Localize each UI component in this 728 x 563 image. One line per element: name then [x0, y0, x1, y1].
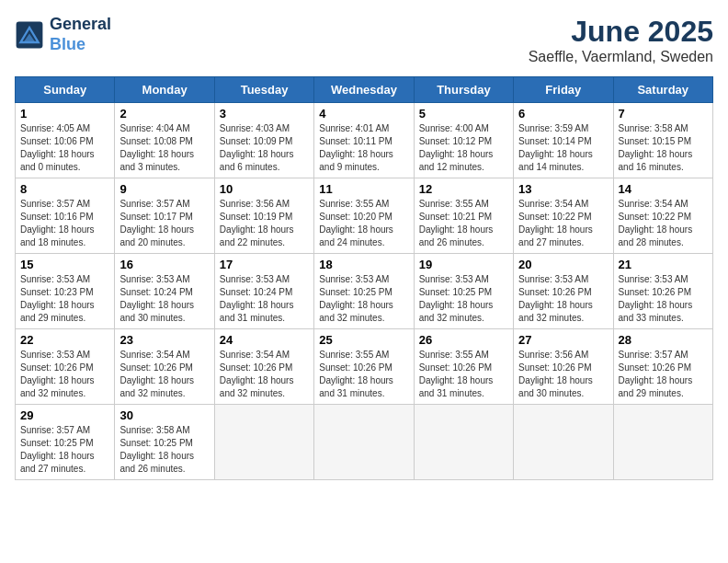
day-info: Sunrise: 3:56 AMSunset: 10:19 PMDaylight… [220, 198, 309, 249]
day-info: Sunrise: 3:56 AMSunset: 10:26 PMDaylight… [518, 349, 608, 400]
location-title: Saeffle, Vaermland, Sweden [529, 49, 713, 65]
day-info: Sunrise: 3:53 AMSunset: 10:26 PMDaylight… [619, 273, 708, 325]
calendar-cell: 16Sunrise: 3:53 AMSunset: 10:24 PMDaylig… [115, 254, 214, 329]
day-number: 8 [20, 182, 109, 196]
day-number: 24 [220, 333, 309, 347]
title-area: June 2025 Saeffle, Vaermland, Sweden [529, 15, 713, 65]
day-info: Sunrise: 3:53 AMSunset: 10:25 PMDaylight… [419, 273, 508, 325]
day-info: Sunrise: 3:55 AMSunset: 10:21 PMDaylight… [419, 198, 508, 249]
day-number: 5 [419, 107, 508, 121]
day-info: Sunrise: 3:58 AMSunset: 10:15 PMDaylight… [619, 122, 708, 174]
day-info: Sunrise: 3:55 AMSunset: 10:26 PMDaylight… [319, 349, 408, 400]
calendar-cell [314, 405, 414, 480]
weekday-header-friday: Friday [514, 77, 613, 103]
day-info: Sunrise: 3:53 AMSunset: 10:25 PMDaylight… [319, 273, 408, 325]
calendar-cell: 5Sunrise: 4:00 AMSunset: 10:12 PMDayligh… [414, 103, 513, 178]
day-info: Sunrise: 3:57 AMSunset: 10:25 PMDaylight… [20, 424, 109, 476]
day-info: Sunrise: 4:03 AMSunset: 10:09 PMDaylight… [220, 122, 309, 174]
logo: General Blue [15, 15, 111, 54]
day-number: 22 [20, 333, 109, 347]
calendar-cell [613, 405, 712, 480]
calendar-cell [214, 405, 313, 480]
day-info: Sunrise: 3:54 AMSunset: 10:22 PMDaylight… [518, 198, 608, 249]
day-number: 7 [619, 107, 708, 121]
day-info: Sunrise: 3:58 AMSunset: 10:25 PMDaylight… [119, 424, 209, 476]
calendar-cell: 13Sunrise: 3:54 AMSunset: 10:22 PMDaylig… [514, 178, 613, 254]
calendar-cell: 4Sunrise: 4:01 AMSunset: 10:11 PMDayligh… [314, 103, 414, 178]
day-number: 4 [319, 107, 408, 121]
day-number: 13 [518, 182, 608, 196]
day-number: 15 [20, 258, 109, 271]
day-info: Sunrise: 3:53 AMSunset: 10:23 PMDaylight… [20, 273, 109, 325]
calendar-cell: 8Sunrise: 3:57 AMSunset: 10:16 PMDayligh… [16, 178, 115, 254]
day-number: 10 [220, 182, 309, 196]
day-number: 29 [20, 408, 109, 422]
calendar-cell: 20Sunrise: 3:53 AMSunset: 10:26 PMDaylig… [514, 254, 613, 329]
day-info: Sunrise: 3:55 AMSunset: 10:26 PMDaylight… [419, 349, 508, 400]
calendar-cell: 28Sunrise: 3:57 AMSunset: 10:26 PMDaylig… [613, 329, 712, 405]
day-number: 26 [419, 333, 508, 347]
day-number: 23 [119, 333, 209, 347]
day-number: 17 [220, 258, 309, 271]
day-number: 14 [619, 182, 708, 196]
calendar-cell: 1Sunrise: 4:05 AMSunset: 10:06 PMDayligh… [16, 103, 115, 178]
day-number: 12 [419, 182, 508, 196]
calendar-cell: 9Sunrise: 3:57 AMSunset: 10:17 PMDayligh… [115, 178, 214, 254]
day-info: Sunrise: 3:53 AMSunset: 10:24 PMDaylight… [119, 273, 209, 325]
calendar-table: SundayMondayTuesdayWednesdayThursdayFrid… [15, 76, 713, 480]
day-info: Sunrise: 4:05 AMSunset: 10:06 PMDaylight… [20, 122, 109, 174]
day-info: Sunrise: 3:57 AMSunset: 10:16 PMDaylight… [20, 198, 109, 249]
day-info: Sunrise: 3:53 AMSunset: 10:24 PMDaylight… [220, 273, 309, 325]
day-number: 11 [319, 182, 408, 196]
day-info: Sunrise: 3:55 AMSunset: 10:20 PMDaylight… [319, 198, 408, 249]
calendar-cell: 30Sunrise: 3:58 AMSunset: 10:25 PMDaylig… [115, 405, 214, 480]
weekday-header-saturday: Saturday [613, 77, 712, 103]
calendar-cell: 29Sunrise: 3:57 AMSunset: 10:25 PMDaylig… [16, 405, 115, 480]
day-info: Sunrise: 3:57 AMSunset: 10:17 PMDaylight… [119, 198, 209, 249]
day-number: 18 [319, 258, 408, 271]
day-number: 2 [119, 107, 209, 121]
logo-icon [15, 20, 44, 50]
day-number: 30 [119, 408, 209, 422]
calendar-cell: 23Sunrise: 3:54 AMSunset: 10:26 PMDaylig… [115, 329, 214, 405]
calendar-cell: 3Sunrise: 4:03 AMSunset: 10:09 PMDayligh… [214, 103, 313, 178]
day-info: Sunrise: 3:54 AMSunset: 10:26 PMDaylight… [220, 349, 309, 400]
day-number: 20 [518, 258, 608, 271]
calendar-cell: 26Sunrise: 3:55 AMSunset: 10:26 PMDaylig… [414, 329, 513, 405]
weekday-header-tuesday: Tuesday [214, 77, 313, 103]
calendar-cell: 27Sunrise: 3:56 AMSunset: 10:26 PMDaylig… [514, 329, 613, 405]
day-number: 28 [619, 333, 708, 347]
calendar-cell [514, 405, 613, 480]
day-number: 25 [319, 333, 408, 347]
day-info: Sunrise: 3:53 AMSunset: 10:26 PMDaylight… [518, 273, 608, 325]
day-number: 19 [419, 258, 508, 271]
calendar-cell: 18Sunrise: 3:53 AMSunset: 10:25 PMDaylig… [314, 254, 414, 329]
day-number: 27 [518, 333, 608, 347]
calendar-cell [414, 405, 513, 480]
calendar-cell: 19Sunrise: 3:53 AMSunset: 10:25 PMDaylig… [414, 254, 513, 329]
day-number: 1 [20, 107, 109, 121]
calendar-cell: 6Sunrise: 3:59 AMSunset: 10:14 PMDayligh… [514, 103, 613, 178]
weekday-header-monday: Monday [115, 77, 214, 103]
calendar-cell: 21Sunrise: 3:53 AMSunset: 10:26 PMDaylig… [613, 254, 712, 329]
day-info: Sunrise: 4:04 AMSunset: 10:08 PMDaylight… [119, 122, 209, 174]
calendar-cell: 10Sunrise: 3:56 AMSunset: 10:19 PMDaylig… [214, 178, 313, 254]
page-header: General Blue June 2025 Saeffle, Vaermlan… [15, 15, 713, 65]
day-info: Sunrise: 4:01 AMSunset: 10:11 PMDaylight… [319, 122, 408, 174]
day-info: Sunrise: 3:57 AMSunset: 10:26 PMDaylight… [619, 349, 708, 400]
calendar-cell: 7Sunrise: 3:58 AMSunset: 10:15 PMDayligh… [613, 103, 712, 178]
day-info: Sunrise: 3:54 AMSunset: 10:26 PMDaylight… [119, 349, 209, 400]
day-info: Sunrise: 4:00 AMSunset: 10:12 PMDaylight… [419, 122, 508, 174]
day-info: Sunrise: 3:54 AMSunset: 10:22 PMDaylight… [619, 198, 708, 249]
calendar-cell: 11Sunrise: 3:55 AMSunset: 10:20 PMDaylig… [314, 178, 414, 254]
weekday-header-thursday: Thursday [414, 77, 513, 103]
calendar-cell: 12Sunrise: 3:55 AMSunset: 10:21 PMDaylig… [414, 178, 513, 254]
calendar-cell: 22Sunrise: 3:53 AMSunset: 10:26 PMDaylig… [16, 329, 115, 405]
calendar-header-row: SundayMondayTuesdayWednesdayThursdayFrid… [16, 77, 713, 103]
weekday-header-wednesday: Wednesday [314, 77, 414, 103]
day-info: Sunrise: 3:59 AMSunset: 10:14 PMDaylight… [518, 122, 608, 174]
calendar-cell: 15Sunrise: 3:53 AMSunset: 10:23 PMDaylig… [16, 254, 115, 329]
day-number: 16 [119, 258, 209, 271]
calendar-cell: 24Sunrise: 3:54 AMSunset: 10:26 PMDaylig… [214, 329, 313, 405]
calendar-cell: 17Sunrise: 3:53 AMSunset: 10:24 PMDaylig… [214, 254, 313, 329]
